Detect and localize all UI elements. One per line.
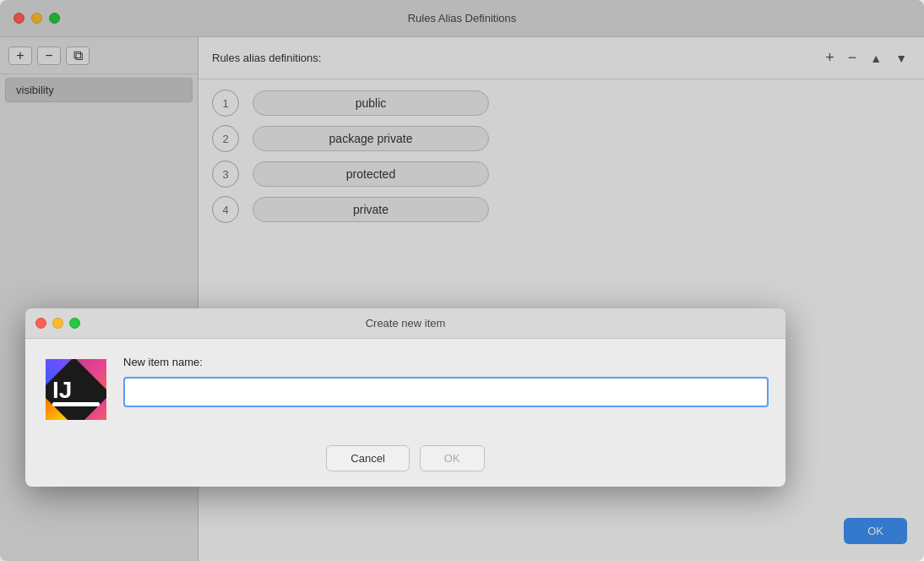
svg-rect-6	[52, 402, 100, 406]
dialog-window-controls	[35, 318, 80, 329]
dialog-maximize-btn[interactable]	[69, 318, 80, 329]
dialog-titlebar: Create new item	[25, 308, 785, 339]
dialog-body: IJ New item name:	[25, 339, 785, 437]
dialog-close-btn[interactable]	[35, 318, 46, 329]
dialog-ok-button[interactable]: OK	[420, 445, 485, 471]
new-item-label: New item name:	[123, 356, 769, 368]
svg-text:IJ: IJ	[52, 377, 72, 403]
dialog-footer: Cancel OK	[25, 437, 785, 487]
new-item-input[interactable]	[123, 377, 769, 407]
dialog-minimize-btn[interactable]	[52, 318, 63, 329]
dialog-form: New item name:	[123, 356, 769, 407]
create-new-item-dialog: Create new item	[25, 308, 785, 487]
dialog-title: Create new item	[366, 317, 446, 330]
dialog-cancel-button[interactable]: Cancel	[326, 445, 409, 471]
intellij-logo: IJ	[42, 356, 110, 423]
